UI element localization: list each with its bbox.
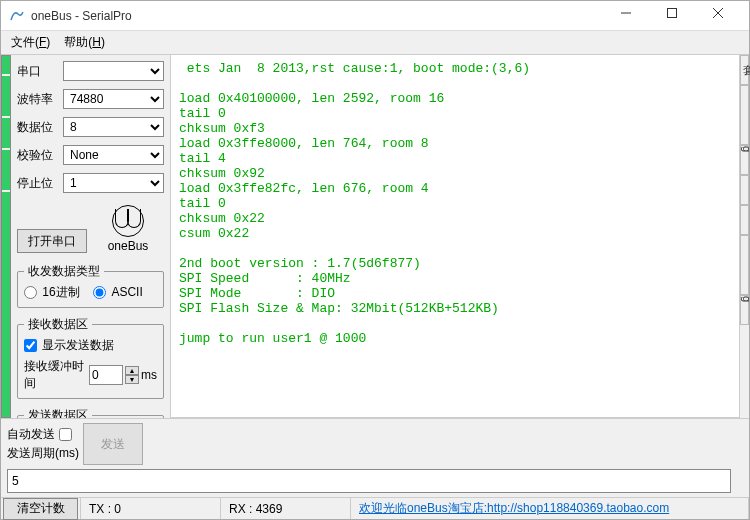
titlebar: oneBus - SerialPro [1,1,749,31]
baud-select[interactable]: 74880 [63,89,164,109]
radio-ascii[interactable]: ASCII [93,285,143,299]
auto-send-checkbox[interactable] [59,428,72,441]
app-icon [9,8,25,24]
dock-tab-3[interactable] [740,205,749,235]
send-input[interactable] [7,469,731,493]
baud-label: 波特率 [17,91,59,108]
status-link[interactable]: 欢迎光临oneBus淘宝店:http://shop118840369.taoba… [359,500,669,517]
logo-icon [112,205,144,237]
open-port-button[interactable]: 打开串口 [17,229,87,253]
stopbits-label: 停止位 [17,175,59,192]
status-tx: TX : 0 [81,498,221,519]
window-title: oneBus - SerialPro [31,9,603,23]
serial-port-select[interactable] [63,61,164,81]
ms-label: ms [141,368,157,382]
minimize-button[interactable] [603,0,649,28]
svg-rect-1 [668,9,677,18]
show-send-checkbox[interactable]: 显示发送数据 [24,338,114,352]
databits-label: 数据位 [17,119,59,136]
dock-tab-2[interactable]: g [740,145,749,175]
brand-logo: oneBus [103,205,153,253]
statusbar: 清空计数 TX : 0 RX : 4369 欢迎光临oneBus淘宝店:http… [1,497,749,519]
stopbits-select[interactable]: 1 [63,173,164,193]
parity-select[interactable]: None [63,145,164,165]
rx-zone-group: 接收数据区 显示发送数据 接收缓冲时间 ▲▼ ms [17,316,164,399]
send-button[interactable]: 发送 [83,423,143,465]
clear-count-button[interactable]: 清空计数 [3,498,78,520]
dock-tab-4[interactable]: g [740,295,749,325]
brand-label: oneBus [103,239,153,253]
terminal-output[interactable]: ets Jan 8 2013,rst cause:1, boot mode:(3… [171,55,739,418]
auto-send-label: 自动发送 [7,426,55,443]
menu-help[interactable]: 帮助(H) [64,34,105,51]
data-type-group: 收发数据类型 16进制 ASCII [17,263,164,308]
rx-buf-time-spinner[interactable]: ▲▼ [125,366,139,384]
radio-hex[interactable]: 16进制 [24,285,80,299]
settings-panel: 串口 波特率 74880 数据位 8 校验位 None 停止位 1 打开串口 [11,55,171,418]
databits-select[interactable]: 8 [63,117,164,137]
data-type-legend: 收发数据类型 [24,263,104,280]
rx-buf-time-input[interactable] [89,365,123,385]
right-dock-strip: 套 g g [739,55,749,418]
left-dock-strip [1,55,11,418]
dock-tab-1[interactable]: 套 [740,55,749,85]
parity-label: 校验位 [17,147,59,164]
menu-file[interactable]: 文件(F) [11,34,50,51]
rx-buf-time-label: 接收缓冲时间 [24,358,87,392]
close-button[interactable] [695,0,741,28]
status-rx: RX : 4369 [221,498,351,519]
send-period-label: 发送周期(ms) [7,445,79,462]
maximize-button[interactable] [649,0,695,28]
send-panel: 自动发送 发送周期(ms) 发送 [1,418,749,469]
app-window: oneBus - SerialPro 文件(F) 帮助(H) 串口 [0,0,750,520]
menubar: 文件(F) 帮助(H) [1,31,749,55]
serial-port-label: 串口 [17,63,59,80]
rx-zone-legend: 接收数据区 [24,316,92,333]
